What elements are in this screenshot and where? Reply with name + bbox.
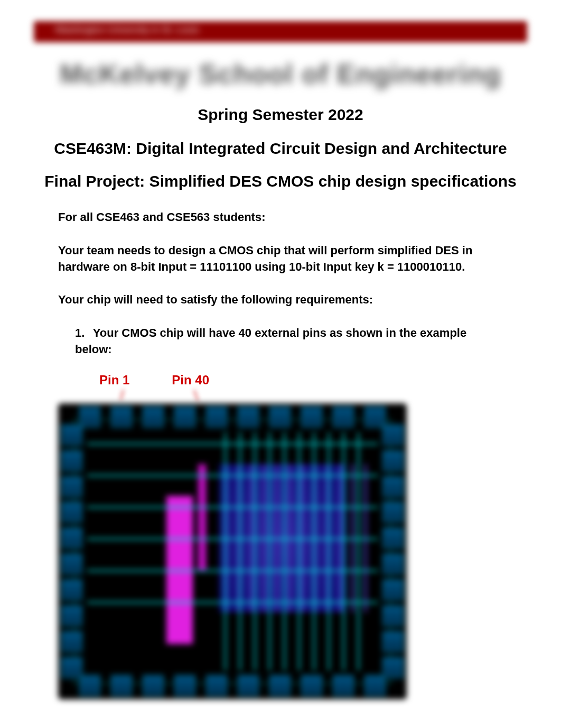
chip-pad — [333, 407, 354, 428]
chip-pad — [61, 476, 82, 497]
chip-trace — [87, 538, 378, 540]
chip-trace — [313, 432, 315, 670]
chip-pad — [61, 631, 82, 652]
university-name: Washington University in St. Louis — [55, 24, 199, 35]
document-page: Washington University in St. Louis McKel… — [0, 0, 561, 721]
arrow-icon — [120, 390, 124, 400]
chip-pad — [269, 675, 291, 696]
chip-pad — [61, 657, 82, 678]
chip-pad — [61, 450, 82, 472]
chip-layout-figure — [58, 403, 407, 699]
chip-pad — [79, 675, 100, 696]
chip-pad — [206, 675, 227, 696]
pin-1-label: Pin 1 — [99, 373, 129, 388]
chip-pad — [61, 425, 82, 446]
chip-pad — [111, 407, 132, 428]
chip-pad — [382, 450, 404, 472]
project-heading: Final Project: Simplified DES CMOS chip … — [32, 172, 529, 190]
chip-pad — [238, 675, 259, 696]
chip-pad — [174, 407, 195, 428]
chip-pad — [111, 675, 132, 696]
chip-trace — [239, 432, 241, 670]
chip-pad — [382, 502, 404, 523]
pin-40-label: Pin 40 — [172, 373, 209, 388]
chip-trace — [225, 432, 226, 670]
requirements-intro-text: Your chip will need to satisfy the follo… — [58, 292, 503, 308]
chip-pad — [364, 675, 386, 696]
chip-pad — [301, 675, 322, 696]
chip-pad — [382, 528, 404, 549]
chip-trace — [343, 432, 344, 670]
chip-pad — [61, 579, 82, 601]
chip-trace — [328, 432, 330, 670]
chip-trace — [284, 432, 285, 670]
requirement-1: 1. Your CMOS chip will have 40 external … — [58, 325, 503, 358]
chip-trace — [358, 432, 359, 670]
chip-trace — [87, 443, 378, 445]
chip-pad — [382, 476, 404, 497]
chip-pad — [143, 407, 164, 428]
chip-trace — [254, 432, 256, 670]
chip-pad — [382, 554, 404, 575]
chip-trace — [87, 570, 378, 572]
chip-trace — [87, 506, 378, 508]
requirement-1-number: 1. — [75, 325, 90, 342]
chip-pad — [79, 407, 100, 428]
pin-arrows — [58, 390, 503, 403]
university-header-bar: Washington University in St. Louis — [34, 21, 527, 42]
chip-pad — [238, 407, 259, 428]
chip-traces-layer — [87, 432, 378, 670]
chip-trace — [87, 602, 378, 603]
chip-pad — [61, 554, 82, 575]
chip-pad — [206, 407, 227, 428]
chip-trace — [269, 432, 270, 670]
design-task-text: Your team needs to design a CMOS chip th… — [58, 243, 503, 275]
course-heading: CSE463M: Digital Integrated Circuit Desi… — [32, 140, 529, 158]
chip-trace — [298, 432, 300, 670]
chip-pad — [143, 675, 164, 696]
content-block: For all CSE463 and CSE563 students: Your… — [32, 209, 529, 699]
chip-pad — [174, 675, 195, 696]
chip-pad — [382, 579, 404, 601]
semester-heading: Spring Semester 2022 — [32, 106, 529, 124]
chip-pad — [269, 407, 291, 428]
chip-pad — [382, 605, 404, 626]
chip-pad — [61, 605, 82, 626]
chip-pad — [382, 657, 404, 678]
chip-metal-block — [198, 464, 206, 570]
chip-pad — [61, 502, 82, 523]
requirement-1-text: Your CMOS chip will have 40 external pin… — [75, 326, 466, 356]
chip-pad — [61, 528, 82, 549]
chip-trace — [87, 475, 378, 476]
school-title: McKelvey School of Engineering — [32, 58, 529, 90]
chip-pad — [301, 407, 322, 428]
chip-pad — [333, 675, 354, 696]
chip-pad — [382, 631, 404, 652]
chip-pad — [382, 425, 404, 446]
pin-labels-row: Pin 1 Pin 40 — [58, 373, 503, 388]
arrow-icon — [193, 390, 198, 401]
audience-text: For all CSE463 and CSE563 students: — [58, 209, 503, 226]
